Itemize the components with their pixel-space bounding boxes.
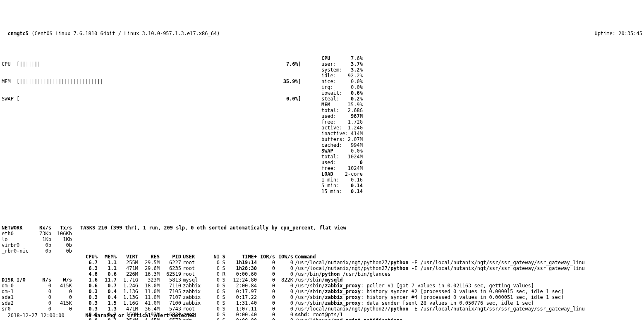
footer-timestamp: 2018-12-27 12:00:00: [7, 313, 64, 318]
cpu-stats2: nice:0.0%irq:0.0%iowait:0.6%steal:0.2%: [321, 79, 363, 102]
task-row[interactable]: 6.31.1471M29.6M6235root0S1h28:3000/usr/l…: [80, 265, 586, 271]
uptime: Uptime: 20:35:45: [594, 31, 642, 36]
header: cnmgtc5 (CentOS Linux 7.6.1810 64bit / L…: [2, 25, 642, 36]
side-row: eth073Kb106Kb: [2, 231, 72, 236]
usage-bars: CPU[||||||| 7.6%] MEM[||||||||||||||||||…: [2, 50, 301, 200]
os-info: (CentOS Linux 7.6.1810 64bit / Linux 3.1…: [31, 31, 220, 36]
side-row: dm-00415K: [2, 283, 72, 289]
summary-row: CPU[||||||| 7.6%] MEM[||||||||||||||||||…: [2, 50, 642, 200]
tasks-summary: TASKS 210 (399 thr), 1 run, 209 slp, 0 o…: [80, 225, 642, 231]
main-area: NETWORKRx/sTx/seth073Kb106Kblo1Kb1Kbvirb…: [2, 213, 642, 320]
swap-bar: SWAP[ 0.0%]: [2, 96, 301, 102]
task-row[interactable]: 6.71.1255M29.5M6227root0S1h19:1400/usr/l…: [80, 260, 586, 265]
swap-stats: SWAP0.0%total:1024Mused:0free:1024M: [321, 148, 363, 171]
cpu-bar: CPU[||||||| 7.6%]: [2, 61, 301, 67]
task-row[interactable]: 0.30.41.13G11.0M7107zabbix0S0:17.2200/us…: [80, 294, 586, 300]
side-row: lo1Kb1Kb: [2, 236, 72, 242]
mem-bar: MEM[|||||||||||||||||||||||||||| 35.9%]: [2, 79, 301, 84]
hostname: cnmgtc5: [7, 31, 29, 36]
side-row: sda100: [2, 294, 72, 300]
cpu-stats: CPU7.6%user:3.7%system:3.2%idle:92.2%: [321, 55, 363, 79]
mem-stats: MEM35.9%total:2.68Gused:987Mfree:1.72G: [321, 102, 363, 125]
side-row: virbr00b0b: [2, 242, 72, 248]
task-row[interactable]: 0.60.71.24G18.0M7110zabbix0S2:00.8400/us…: [80, 283, 586, 289]
side-row: dm-100: [2, 289, 72, 294]
stat-blocks: CPU7.6%user:3.7%system:3.2%idle:92.2% ni…: [309, 50, 375, 200]
footer-alert: No warning or critical alert detected: [85, 313, 196, 318]
sidebar: NETWORKRx/sTx/seth073Kb106Kblo1Kb1Kbvirb…: [2, 213, 80, 320]
task-row[interactable]: 0.31.51.16G41.0M7100zabbix0S1:31.4000/us…: [80, 300, 586, 306]
tasks-panel: TASKS 210 (399 thr), 1 run, 209 slp, 0 o…: [80, 213, 642, 320]
task-row[interactable]: 0.30.41.13G11.0M7105zabbix0S0:17.9700/us…: [80, 289, 586, 294]
network-table: NETWORKRx/sTx/seth073Kb106Kblo1Kb1Kbvirb…: [2, 225, 72, 254]
task-row[interactable]: 4.80.6226M16.3M62519root0R0:00.6000/usr/…: [80, 271, 586, 277]
side-row: _rbr0-nic0b0b: [2, 248, 72, 254]
load-stats: LOAD2-core1 min:0.165 min:0.1415 min:0.1…: [321, 171, 363, 194]
footer: 2018-12-27 12:00:00 No warning or critic…: [2, 307, 642, 318]
mem-stats2: active:1.24Ginactive:414Mbuffers:2.07Mca…: [321, 125, 363, 148]
task-row[interactable]: 1.611.71.71G323M5813mysql0S12:24.800822K…: [80, 277, 586, 283]
side-row: sda20415K: [2, 300, 72, 306]
